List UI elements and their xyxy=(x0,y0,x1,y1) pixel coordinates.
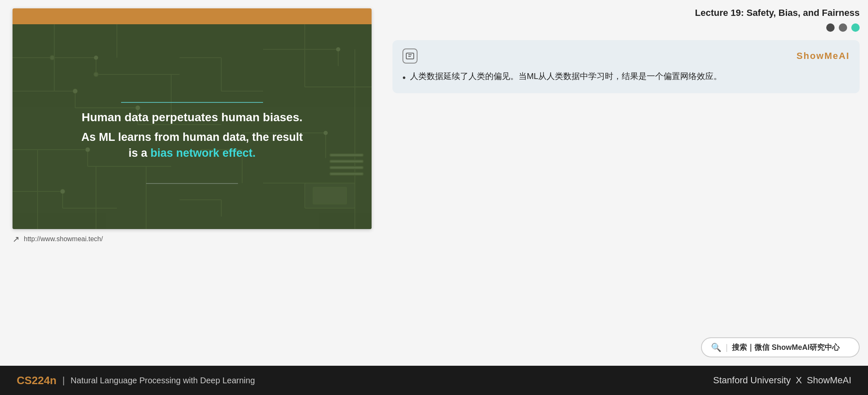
slide-sub-line3-highlight: bias network effect. xyxy=(150,147,256,159)
svg-rect-53 xyxy=(330,173,363,175)
url-text: http://www.showmeai.tech/ xyxy=(24,235,103,243)
slide-sub-line2: As ML learns from human data, the result xyxy=(81,131,303,143)
slide-main-text: Human data perpetuates human biases. xyxy=(48,109,336,125)
svg-point-36 xyxy=(94,56,98,60)
lecture-title: Lecture 19: Safety, Bias, and Fairness xyxy=(392,4,860,23)
right-panel: Lecture 19: Safety, Bias, and Fairness S… xyxy=(384,0,868,366)
slide-container: Human data perpetuates human biases. As … xyxy=(13,8,372,229)
dot-2[interactable] xyxy=(839,23,847,32)
bottom-right: Stanford University X ShowMeAI xyxy=(713,375,851,386)
stanford-text: Stanford University xyxy=(713,375,791,386)
bullet-dot: • xyxy=(402,70,406,85)
showmeai-brand: ShowMeAI xyxy=(797,51,850,61)
svg-rect-52 xyxy=(330,166,363,169)
ai-card-body: • 人类数据延续了人类的偏见。当ML从人类数据中学习时，结果是一个偏置网络效应。 xyxy=(402,69,850,85)
search-icon: 🔍 xyxy=(711,342,721,352)
search-text: 搜索｜微信 ShowMeAI研究中心 xyxy=(732,342,840,352)
course-code: CS224n xyxy=(17,374,56,387)
ai-card-header: ShowMeAI xyxy=(402,48,850,64)
x-separator: X xyxy=(796,375,802,386)
svg-point-37 xyxy=(73,89,77,93)
svg-rect-35 xyxy=(313,187,347,204)
dot-1[interactable] xyxy=(826,23,835,32)
svg-point-41 xyxy=(336,47,340,51)
bullet-item: • 人类数据延续了人类的偏见。当ML从人类数据中学习时，结果是一个偏置网络效应。 xyxy=(402,69,850,85)
slide-divider-bottom xyxy=(146,183,238,184)
slide-image-area: Human data perpetuates human biases. As … xyxy=(13,24,372,229)
ai-card: ShowMeAI • 人类数据延续了人类的偏见。当ML从人类数据中学习时，结果是… xyxy=(392,40,860,93)
slide-panel: Human data perpetuates human biases. As … xyxy=(0,0,384,366)
showmeai-bottom-text: ShowMeAI xyxy=(807,375,851,386)
search-box-container: 🔍 | 搜索｜微信 ShowMeAI研究中心 xyxy=(701,337,860,357)
slide-text-content: Human data perpetuates human biases. As … xyxy=(48,109,336,161)
dots-row xyxy=(392,23,860,32)
slide-url-area: ↗ http://www.showmeai.tech/ xyxy=(13,229,372,244)
slide-sub-line3-normal: is a xyxy=(129,147,151,159)
dot-3[interactable] xyxy=(851,23,860,32)
bottom-bar: CS224n | Natural Language Processing wit… xyxy=(0,366,868,395)
svg-point-40 xyxy=(61,189,65,194)
ai-icon xyxy=(402,48,418,64)
slide-sub-text: As ML learns from human data, the result… xyxy=(48,130,336,161)
svg-rect-29 xyxy=(94,72,98,76)
url-icon: ↗ xyxy=(13,234,20,244)
search-divider: | xyxy=(726,343,728,352)
course-name: Natural Language Processing with Deep Le… xyxy=(71,376,255,385)
svg-rect-28 xyxy=(50,56,54,60)
slide-top-bar xyxy=(13,8,372,24)
course-info: CS224n | Natural Language Processing wit… xyxy=(17,374,255,387)
slide-divider-top xyxy=(121,102,263,103)
course-divider: | xyxy=(62,375,65,386)
bullet-text: 人类数据延续了人类的偏见。当ML从人类数据中学习时，结果是一个偏置网络效应。 xyxy=(410,69,722,83)
search-box[interactable]: 🔍 | 搜索｜微信 ShowMeAI研究中心 xyxy=(701,337,860,357)
